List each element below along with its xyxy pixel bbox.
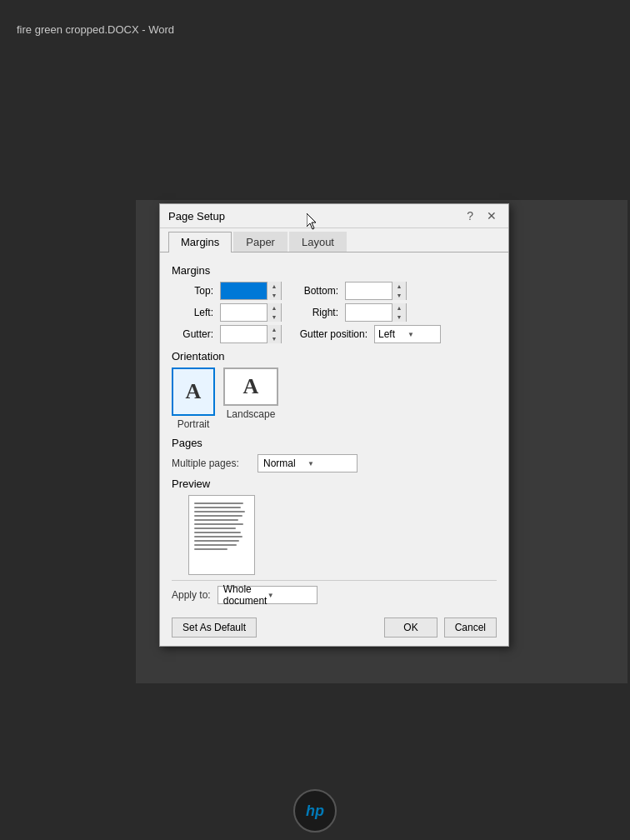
cancel-button[interactable]: Cancel: [444, 618, 497, 638]
right-spin: ▲ ▼: [392, 303, 406, 322]
top-spin-up[interactable]: ▲: [268, 282, 281, 291]
apply-to-dropdown[interactable]: Whole document ▼: [218, 586, 318, 604]
dialog-footer: Set As Default OK Cancel: [160, 612, 508, 646]
right-label: Right:: [288, 307, 338, 318]
dialog-title: Page Setup: [168, 210, 225, 222]
apply-to-arrow: ▼: [268, 592, 312, 599]
multiple-pages-arrow: ▼: [308, 460, 352, 468]
preview-section: Preview: [172, 478, 497, 575]
pages-section: Pages Multiple pages: Normal ▼: [172, 437, 497, 472]
left-spin: ▲ ▼: [267, 303, 281, 322]
bottom-spin-up[interactable]: ▲: [392, 282, 406, 291]
left-spin-down[interactable]: ▼: [268, 312, 281, 322]
preview-line: [194, 511, 245, 512]
landscape-letter: A: [243, 374, 259, 399]
bottom-spin-down[interactable]: ▼: [392, 291, 406, 300]
preview-line: [194, 502, 243, 504]
gutter-spin-up[interactable]: ▲: [268, 325, 281, 334]
landscape-icon: A: [223, 368, 278, 406]
preview-line: [194, 519, 238, 521]
left-input[interactable]: 0 cm ▲ ▼: [220, 303, 282, 322]
portrait-option[interactable]: A Portrait: [172, 368, 215, 430]
top-spin: ▲ ▼: [267, 282, 281, 300]
portrait-label: Portrait: [178, 418, 210, 430]
hp-circle: hp: [293, 789, 337, 832]
top-spin-down[interactable]: ▼: [268, 291, 281, 300]
gutter-position-dropdown[interactable]: Left ▼: [374, 325, 441, 343]
apply-to-value: Whole document: [223, 583, 268, 607]
top-input[interactable]: 0 cm ▲ ▼: [220, 282, 282, 300]
portrait-letter: A: [186, 379, 202, 404]
multiple-pages-dropdown[interactable]: Normal ▼: [258, 454, 358, 472]
margins-section-title: Margins: [172, 264, 497, 277]
window-title: fire green cropped.DOCX - Word: [17, 23, 174, 36]
gutter-pos-label: Gutter position:: [288, 328, 368, 340]
gutter-input[interactable]: 0 cm ▲ ▼: [220, 325, 282, 343]
preview-box: [188, 495, 255, 575]
preview-line: [194, 536, 242, 538]
bottom-value[interactable]: 0 cm: [346, 282, 392, 299]
preview-lines: [189, 496, 254, 557]
right-value[interactable]: 0 cm: [346, 304, 392, 321]
page-setup-dialog: Page Setup ? ✕ Margins Paper Layout Marg…: [159, 203, 509, 647]
preview-line: [194, 540, 239, 542]
gutter-label: Gutter:: [172, 328, 213, 340]
multiple-pages-value: Normal: [263, 458, 308, 469]
dialog-content: Margins Top: 0 cm ▲ ▼ Bottom: 0 cm ▲ ▼: [160, 252, 508, 612]
left-spin-up[interactable]: ▲: [268, 303, 281, 312]
ok-button[interactable]: OK: [384, 618, 437, 638]
apply-to-label: Apply to:: [172, 589, 211, 601]
gutter-position-arrow: ▼: [408, 331, 437, 338]
pages-label: Pages: [172, 437, 497, 449]
tab-layout[interactable]: Layout: [289, 232, 347, 252]
gutter-spin-down[interactable]: ▼: [268, 334, 281, 343]
set-as-default-button[interactable]: Set As Default: [172, 618, 257, 638]
gutter-position-value: Left: [378, 328, 408, 340]
pages-row: Multiple pages: Normal ▼: [172, 454, 497, 472]
gutter-spin: ▲ ▼: [267, 325, 281, 343]
help-icon[interactable]: ?: [463, 209, 477, 222]
preview-line: [194, 548, 228, 550]
right-input[interactable]: 0 cm ▲ ▼: [345, 303, 407, 322]
multiple-pages-label: Multiple pages:: [172, 458, 251, 469]
preview-line: [194, 507, 241, 508]
dialog-tabs: Margins Paper Layout: [160, 228, 508, 252]
dialog-titlebar: Page Setup ? ✕: [160, 204, 508, 228]
footer-right-buttons: OK Cancel: [384, 618, 497, 638]
top-label: Top:: [172, 285, 213, 297]
preview-line: [194, 544, 237, 546]
top-value[interactable]: 0 cm: [221, 282, 267, 299]
preview-line: [194, 523, 243, 525]
right-spin-up[interactable]: ▲: [392, 303, 406, 312]
landscape-option[interactable]: A Landscape: [223, 368, 278, 430]
apply-to-row: Apply to: Whole document ▼: [172, 580, 497, 604]
tab-margins[interactable]: Margins: [168, 232, 232, 252]
left-value[interactable]: 0 cm: [221, 304, 267, 321]
orientation-buttons: A Portrait A Landscape: [172, 368, 497, 430]
portrait-icon: A: [172, 368, 215, 416]
preview-line: [194, 532, 241, 533]
preview-label: Preview: [172, 478, 497, 490]
close-icon[interactable]: ✕: [483, 209, 500, 222]
right-spin-down[interactable]: ▼: [392, 312, 406, 322]
dialog-controls: ? ✕: [463, 209, 500, 222]
preview-line: [194, 515, 242, 517]
landscape-label: Landscape: [227, 408, 276, 420]
bottom-spin: ▲ ▼: [392, 282, 406, 300]
bottom-input[interactable]: 0 cm ▲ ▼: [345, 282, 407, 300]
preview-line: [194, 528, 236, 529]
orientation-label: Orientation: [172, 350, 497, 362]
orientation-section: Orientation A Portrait A Landscape: [172, 350, 497, 430]
left-label: Left:: [172, 307, 213, 318]
gutter-value[interactable]: 0 cm: [221, 326, 267, 342]
bottom-label: Bottom:: [288, 285, 338, 297]
tab-paper[interactable]: Paper: [233, 232, 288, 252]
hp-logo: hp: [290, 794, 340, 828]
